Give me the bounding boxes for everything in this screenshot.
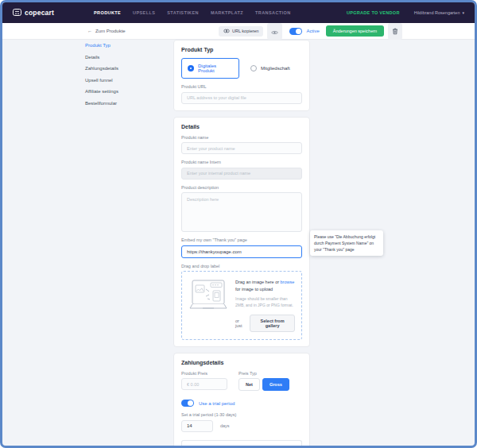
thankyou-tooltip: Please use "Die Abbuchung erfolgt durch … — [310, 230, 383, 256]
sidebar-item-zahlungsdetails[interactable]: Zahlungsdetails — [85, 66, 165, 71]
toggle-knob — [188, 400, 193, 406]
payment-details-card: Zahlungsdetails Produkt Preis Preis Typ … — [173, 353, 310, 448]
radio-mitgliedschaft[interactable]: Mitgliedschaft — [244, 58, 302, 79]
payment-plan-box: Payment plan 1 Einmalzahlung ▾ — [181, 440, 302, 448]
copecart-logo-icon — [13, 9, 21, 17]
dragdrop-label: Drag and drop label — [181, 264, 302, 268]
copecart-logo[interactable]: copecart — [13, 9, 54, 17]
price-row: Produkt Preis Preis Typ Net Gross — [181, 371, 302, 392]
dropzone-actions: or just Select from gallery — [235, 315, 295, 332]
sidebar-item-bestellformular[interactable]: Bestellformular — [85, 101, 165, 106]
or-just-text: or just — [235, 319, 244, 328]
days-label: days — [220, 423, 230, 428]
price-type-segmented: Net Gross — [238, 378, 289, 391]
price-label: Produkt Preis — [181, 371, 227, 376]
preview-button[interactable] — [267, 23, 282, 40]
trial-days-row: days — [181, 420, 302, 432]
nav-item-produkte[interactable]: PRODUKTE — [94, 10, 121, 15]
logo-text: copecart — [25, 9, 54, 17]
top-navbar: copecart PRODUKTE UPSELLS STATISTIKEN MA… — [2, 2, 475, 23]
thankyou-label: Embed my own "Thank you" page — [181, 238, 302, 242]
back-to-product-link[interactable]: ← Zum Produkte — [87, 29, 126, 33]
product-type-options: Digitales Produkt Mitgliedschaft — [181, 58, 302, 79]
trial-period-label: Set a trial period (1-30 days) — [181, 412, 302, 417]
product-url-input[interactable] — [181, 92, 302, 104]
trial-toggle-label: Use a trial period — [199, 401, 235, 406]
internal-name-input[interactable] — [181, 168, 302, 180]
dropzone-hint: Image should be smaller than 2MB, and in… — [235, 295, 295, 308]
radio-membership-label: Mitgliedschaft — [261, 66, 290, 71]
nav-item-marktplatz[interactable]: MARKTPLATZ — [211, 10, 243, 15]
toggle-knob — [296, 29, 301, 34]
sidebar-item-affiliate-settings[interactable]: Affiliate settings — [85, 89, 165, 94]
sidebar-item-details[interactable]: Details — [85, 55, 165, 60]
radio-unselected-icon — [250, 65, 257, 71]
price-column: Produkt Preis — [181, 371, 227, 392]
dropzone-text-pre: Drag an image here or — [235, 280, 279, 284]
upload-illustration — [188, 279, 228, 315]
product-url-label: Produkt URL — [181, 84, 302, 89]
trial-days-input[interactable] — [181, 420, 213, 432]
gross-button[interactable]: Gross — [262, 378, 289, 391]
active-toggle[interactable] — [289, 28, 302, 35]
product-name-label: Produkt name — [181, 135, 302, 140]
delete-button[interactable] — [388, 23, 402, 40]
nav-item-statistiken[interactable]: STATISTIKEN — [167, 10, 199, 15]
back-label: Zum Produkte — [95, 29, 126, 33]
net-button[interactable]: Net — [238, 378, 260, 391]
copy-url-label: URL kopieren — [232, 29, 258, 33]
product-name-input[interactable] — [181, 142, 302, 154]
dropzone-instruction: Drag an image here or browse for image t… — [235, 279, 295, 293]
radio-selected-icon — [188, 65, 194, 71]
upgrade-to-vendor-link[interactable]: UPGRADE TO VENDOR — [347, 10, 400, 15]
link-icon — [223, 29, 230, 34]
trial-toggle-row: Use a trial period — [181, 400, 302, 407]
sidebar-item-upsell-funnel[interactable]: Upsell funnel — [85, 78, 165, 83]
content-area: Produkt Typ Details Zahlungsdetails Upse… — [2, 40, 475, 446]
internal-name-label: Produkt name Intern — [181, 160, 302, 164]
settings-sidebar: Produkt Typ Details Zahlungsdetails Upse… — [85, 43, 165, 106]
payment-title: Zahlungsdetails — [181, 360, 302, 365]
details-title: Details — [181, 124, 302, 129]
description-textarea[interactable] — [181, 192, 302, 232]
select-from-gallery-button[interactable]: Select from gallery — [250, 315, 295, 332]
price-type-label: Preis Typ — [238, 371, 289, 376]
radio-digital-label: Digitales Produkt — [198, 64, 233, 73]
browse-link[interactable]: browse — [281, 280, 295, 284]
user-name: Hildibrand Rosengarten — [414, 10, 460, 15]
save-changes-button[interactable]: Änderungen speichern — [326, 25, 384, 37]
nav-item-transaction[interactable]: TRANSACTION — [255, 10, 290, 15]
main-menu: PRODUKTE UPSELLS STATISTIKEN MARKTPLATZ … — [94, 10, 290, 15]
price-type-column: Preis Typ Net Gross — [238, 371, 289, 392]
app-window: copecart PRODUKTE UPSELLS STATISTIKEN MA… — [0, 0, 477, 448]
action-toolbar: ← Zum Produkte URL kopieren Active Änder… — [2, 23, 475, 40]
dropzone-text-block: Drag an image here or browse for image t… — [235, 279, 295, 332]
sidebar-item-produkt-typ[interactable]: Produkt Typ — [85, 43, 165, 48]
chevron-down-icon: ▾ — [462, 10, 464, 15]
thankyou-url-input[interactable] — [181, 245, 302, 258]
description-label: Product description — [181, 185, 302, 190]
copy-url-button[interactable]: URL kopieren — [219, 26, 263, 37]
nav-item-upsells[interactable]: UPSELLS — [133, 10, 155, 15]
navbar-right: UPGRADE TO VENDOR Hildibrand Rosengarten… — [347, 10, 464, 15]
back-arrow-icon: ← — [87, 29, 92, 33]
product-type-card: Produkt Typ Digitales Produkt Mitgliedsc… — [173, 40, 310, 111]
eye-icon — [271, 25, 278, 37]
product-type-title: Produkt Typ — [181, 47, 302, 52]
user-menu[interactable]: Hildibrand Rosengarten ▾ — [414, 10, 464, 15]
radio-digitales-produkt[interactable]: Digitales Produkt — [181, 58, 239, 79]
details-card: Details Produkt name Produkt name Intern… — [173, 117, 310, 347]
main-form-column: Produkt Typ Digitales Produkt Mitgliedsc… — [173, 40, 310, 448]
toolbar-controls: URL kopieren Active Änderungen speichern — [219, 23, 402, 39]
dropzone-text-post: for image to upload — [235, 287, 273, 292]
price-input[interactable] — [181, 378, 227, 390]
active-label: Active — [306, 29, 319, 33]
trial-period-toggle[interactable] — [181, 400, 194, 407]
image-dropzone[interactable]: Drag an image here or browse for image t… — [181, 271, 302, 340]
trash-icon — [392, 25, 398, 37]
